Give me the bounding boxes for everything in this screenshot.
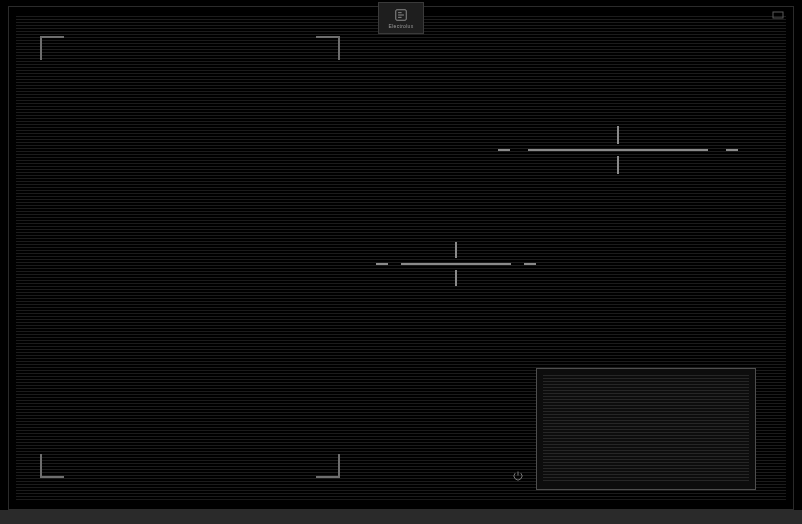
zone-marker-icon <box>528 149 708 151</box>
zone-marker-icon <box>376 263 388 265</box>
control-display-panel[interactable] <box>536 368 756 490</box>
zone-corner-icon <box>316 454 340 478</box>
front-edge <box>0 510 802 524</box>
svg-rect-1 <box>773 12 783 18</box>
zone-marker-icon <box>726 149 738 151</box>
brand-name: Electrolux <box>389 23 414 29</box>
zone-corner-icon <box>40 454 64 478</box>
flex-cooking-zone[interactable] <box>40 36 340 478</box>
cooktop-schematic: Electrolux <box>0 0 802 524</box>
zone-corner-icon <box>316 36 340 60</box>
zone-marker-icon <box>617 126 619 144</box>
zone-marker-icon <box>498 149 510 151</box>
zone-corner-icon <box>40 36 64 60</box>
zone-marker-icon <box>401 263 511 265</box>
display-surface <box>543 375 749 483</box>
power-icon[interactable] <box>511 469 525 483</box>
model-mark-icon <box>772 10 784 20</box>
zone-marker-icon <box>455 270 457 286</box>
zone-marker-icon <box>455 242 457 258</box>
zone-marker-icon <box>617 156 619 174</box>
brand-badge: Electrolux <box>378 2 424 34</box>
brand-logo-icon <box>393 8 409 23</box>
zone-marker-icon <box>524 263 536 265</box>
